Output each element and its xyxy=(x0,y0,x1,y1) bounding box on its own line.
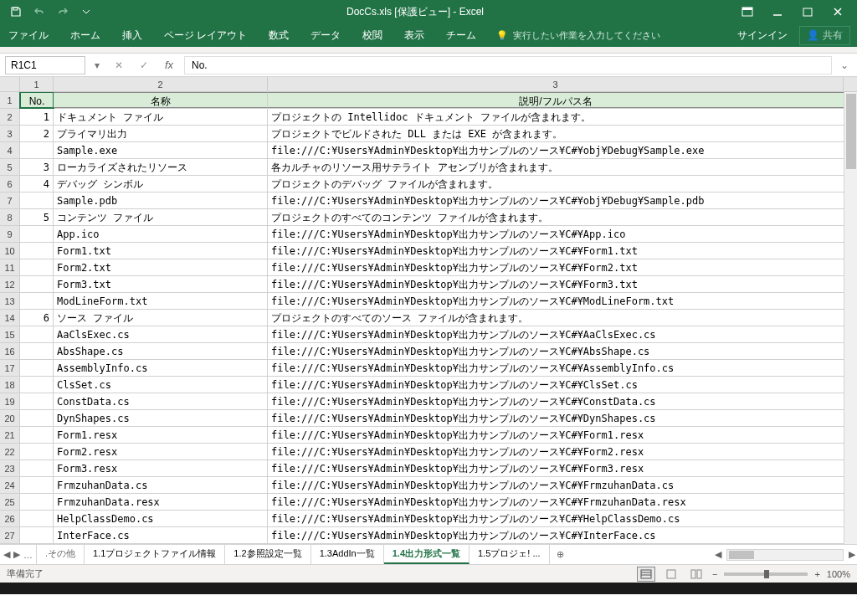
horizontal-scrollbar[interactable] xyxy=(726,549,844,561)
sheet-tab-t2[interactable]: 1.2参照設定一覧 xyxy=(225,545,310,564)
cell-no[interactable]: 2 xyxy=(20,126,54,141)
add-sheet-icon[interactable]: ⊕ xyxy=(550,549,571,560)
cell-name[interactable]: Form2.txt xyxy=(54,259,268,275)
ribbon-display-icon[interactable] xyxy=(733,2,762,22)
cell-no[interactable]: 3 xyxy=(20,159,54,175)
row-header[interactable]: 26 xyxy=(0,511,20,526)
cell-name[interactable]: プライマリ出力 xyxy=(54,126,268,141)
cell-desc[interactable]: file:///C:¥Users¥Admin¥Desktop¥出力サンプルのソー… xyxy=(268,410,844,426)
cell-name[interactable]: AaClsExec.cs xyxy=(54,326,268,342)
view-page-layout-icon[interactable] xyxy=(662,567,680,582)
row-header[interactable]: 14 xyxy=(0,310,20,326)
share-button[interactable]: 👤 共有 xyxy=(799,26,850,45)
cell-name[interactable]: App.ico xyxy=(54,226,268,242)
view-page-break-icon[interactable] xyxy=(687,567,706,582)
cell-name[interactable]: Sample.pdb xyxy=(54,192,268,208)
tab-data[interactable]: データ xyxy=(309,25,342,46)
select-all-corner[interactable] xyxy=(0,77,20,91)
cell-no[interactable] xyxy=(20,377,54,393)
cell-no[interactable] xyxy=(20,276,54,292)
cell-no[interactable] xyxy=(20,494,54,510)
row-header[interactable]: 15 xyxy=(0,326,20,342)
cancel-icon[interactable]: ✕ xyxy=(109,56,129,74)
row-header[interactable]: 22 xyxy=(0,444,20,459)
tab-formulas[interactable]: 数式 xyxy=(267,25,290,46)
sheet-tab-other[interactable]: .その他 xyxy=(37,545,85,564)
cell-no[interactable] xyxy=(20,393,54,409)
cell-no[interactable] xyxy=(20,243,54,259)
row-header[interactable]: 19 xyxy=(0,393,20,409)
cell-desc-header[interactable]: 説明/フルパス名 xyxy=(268,92,844,108)
cell-desc[interactable]: file:///C:¥Users¥Admin¥Desktop¥出力サンプルのソー… xyxy=(268,243,844,259)
cell-name[interactable]: Sample.exe xyxy=(54,142,268,158)
qat-customize-icon[interactable] xyxy=(75,2,97,22)
cell-desc[interactable]: file:///C:¥Users¥Admin¥Desktop¥出力サンプルのソー… xyxy=(268,477,844,493)
formula-input[interactable]: No. xyxy=(184,56,832,74)
view-normal-icon[interactable] xyxy=(637,567,655,582)
sheet-nav-more-icon[interactable]: … xyxy=(23,550,33,560)
tab-team[interactable]: チーム xyxy=(444,25,478,46)
cell-desc[interactable]: file:///C:¥Users¥Admin¥Desktop¥出力サンプルのソー… xyxy=(268,444,844,459)
cell-no[interactable] xyxy=(20,192,54,208)
cell-desc[interactable]: file:///C:¥Users¥Admin¥Desktop¥出力サンプルのソー… xyxy=(268,511,844,526)
cell-desc[interactable]: プロジェクトの Intellidoc ドキュメント ファイルが含まれます。 xyxy=(268,109,844,125)
cell-name[interactable]: ローカライズされたリソース xyxy=(54,159,268,175)
cell-desc[interactable]: file:///C:¥Users¥Admin¥Desktop¥出力サンプルのソー… xyxy=(268,226,844,242)
cell-desc[interactable]: file:///C:¥Users¥Admin¥Desktop¥出力サンプルのソー… xyxy=(268,377,844,393)
cell-no[interactable] xyxy=(20,326,54,342)
signin-link[interactable]: サインイン xyxy=(737,28,788,43)
row-header[interactable]: 10 xyxy=(0,243,20,259)
cell-name[interactable]: FrmzuhanData.resx xyxy=(54,494,268,510)
row-header[interactable]: 5 xyxy=(0,159,20,175)
cell-name[interactable]: ModLineForm.txt xyxy=(54,293,268,309)
row-header[interactable]: 25 xyxy=(0,494,20,510)
cell-name[interactable]: ドキュメント ファイル xyxy=(54,109,268,125)
cell-name[interactable]: Form3.txt xyxy=(54,276,268,292)
cell-name[interactable]: Form1.txt xyxy=(54,243,268,259)
tab-insert[interactable]: 挿入 xyxy=(121,25,144,46)
cell-desc[interactable]: file:///C:¥Users¥Admin¥Desktop¥出力サンプルのソー… xyxy=(268,427,844,443)
cell-desc[interactable]: file:///C:¥Users¥Admin¥Desktop¥出力サンプルのソー… xyxy=(268,276,844,292)
row-header[interactable]: 24 xyxy=(0,477,20,493)
row-header[interactable]: 2 xyxy=(0,109,20,125)
row-header[interactable]: 17 xyxy=(0,360,20,376)
cell-desc[interactable]: file:///C:¥Users¥Admin¥Desktop¥出力サンプルのソー… xyxy=(268,460,844,476)
cell-no[interactable] xyxy=(20,360,54,376)
row-header[interactable]: 23 xyxy=(0,460,20,476)
cell-name-header[interactable]: 名称 xyxy=(54,92,268,108)
cell-desc[interactable]: file:///C:¥Users¥Admin¥Desktop¥出力サンプルのソー… xyxy=(268,360,844,376)
zoom-in-icon[interactable]: + xyxy=(814,569,819,579)
name-box-dropdown-icon[interactable]: ▾ xyxy=(90,59,104,71)
cell-desc[interactable]: プロジェクトのすべてのソース ファイルが含まれます。 xyxy=(268,310,844,326)
cell-no[interactable]: 1 xyxy=(20,109,54,125)
zoom-level[interactable]: 100% xyxy=(827,569,850,579)
enter-icon[interactable]: ✓ xyxy=(134,56,154,74)
cell-no-header[interactable]: No. xyxy=(20,92,54,108)
cell-name[interactable]: DynShapes.cs xyxy=(54,410,268,426)
cell-no[interactable] xyxy=(20,511,54,526)
fx-icon[interactable]: fx xyxy=(159,56,179,74)
col-header[interactable]: 1 xyxy=(20,77,54,91)
cell-no[interactable] xyxy=(20,477,54,493)
row-header[interactable]: 6 xyxy=(0,176,20,192)
cell-desc[interactable]: file:///C:¥Users¥Admin¥Desktop¥出力サンプルのソー… xyxy=(268,142,844,158)
undo-icon[interactable] xyxy=(28,2,50,22)
cell-desc[interactable]: 各カルチャのリソース用サテライト アセンブリが含まれます。 xyxy=(268,159,844,175)
row-header[interactable]: 11 xyxy=(0,259,20,275)
redo-icon[interactable] xyxy=(52,2,74,22)
minimize-icon[interactable] xyxy=(763,2,792,22)
cell-no[interactable] xyxy=(20,142,54,158)
name-box[interactable]: R1C1 xyxy=(5,56,85,74)
row-header[interactable]: 27 xyxy=(0,527,20,543)
row-header[interactable]: 9 xyxy=(0,226,20,242)
cell-desc[interactable]: file:///C:¥Users¥Admin¥Desktop¥出力サンプルのソー… xyxy=(268,259,844,275)
row-header[interactable]: 20 xyxy=(0,410,20,426)
row-header[interactable]: 21 xyxy=(0,427,20,443)
cell-name[interactable]: Form3.resx xyxy=(54,460,268,476)
hscroll-left-icon[interactable]: ◀ xyxy=(713,549,723,560)
row-header[interactable]: 8 xyxy=(0,209,20,225)
cell-no[interactable] xyxy=(20,460,54,476)
sheet-nav-next-icon[interactable]: ▶ xyxy=(13,549,20,560)
row-header[interactable]: 4 xyxy=(0,142,20,158)
sheet-tab-t4[interactable]: 1.4出力形式一覧 xyxy=(384,545,470,564)
